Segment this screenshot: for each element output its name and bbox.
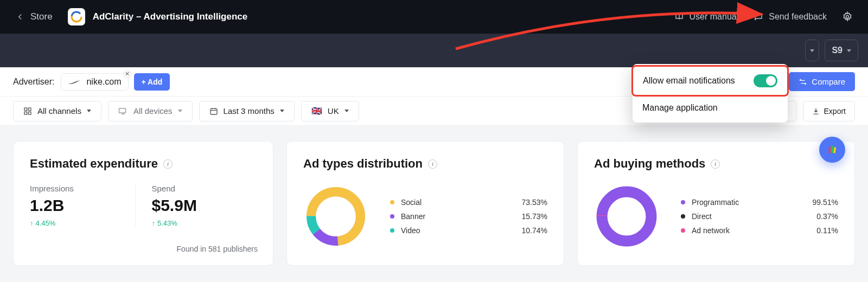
devices-filter[interactable]: All devices	[108, 101, 193, 121]
advertiser-chip[interactable]: nike.com ✕	[61, 73, 128, 91]
grid-icon	[23, 107, 32, 116]
ad-types-donut	[303, 184, 368, 249]
book-icon	[674, 12, 684, 22]
legend-programmatic-label: Programmatic	[692, 198, 757, 207]
export-button[interactable]: Export	[803, 101, 855, 121]
download-icon	[812, 107, 820, 115]
allow-email-toggle[interactable]	[754, 74, 777, 87]
advertiser-label: Advertiser:	[13, 77, 54, 87]
back-label: Store	[30, 11, 53, 22]
app-logo	[68, 8, 85, 25]
app-identity: AdClarity – Advertising Intelligence	[68, 8, 248, 25]
legend-adnetwork-value: 0.11%	[816, 226, 838, 235]
impressions-label: Impressions	[30, 184, 135, 193]
add-advertiser-button[interactable]: + Add	[134, 73, 170, 91]
allow-email-label: Allow email notifications	[643, 76, 735, 86]
svg-rect-7	[28, 112, 31, 114]
svg-rect-8	[119, 108, 125, 112]
legend-adnetwork-label: Ad network	[692, 226, 757, 235]
arrow-left-icon	[15, 12, 25, 22]
ad-buying-title: Ad buying methods	[594, 157, 705, 171]
impressions-value: 1.2B	[30, 196, 135, 215]
spend-delta: ↑ 5.43%	[152, 219, 257, 227]
legend-direct-value: 0.37%	[816, 212, 838, 221]
channels-filter-label: All channels	[37, 106, 81, 116]
svg-rect-5	[28, 108, 31, 111]
export-label: Export	[824, 107, 846, 116]
svg-rect-17	[831, 146, 833, 153]
remove-chip-button[interactable]: ✕	[124, 70, 131, 78]
svg-point-14	[602, 192, 652, 241]
legend-direct-label: Direct	[692, 212, 757, 221]
svg-rect-4	[24, 108, 27, 111]
adclarity-logo-icon	[70, 10, 83, 23]
user-manual-link[interactable]: User manual	[674, 12, 739, 22]
channels-filter[interactable]: All channels	[13, 101, 101, 121]
svg-point-2	[846, 16, 849, 18]
info-icon[interactable]: i	[163, 159, 173, 169]
settings-gear-button[interactable]	[842, 11, 853, 22]
devices-icon	[118, 107, 128, 115]
advertiser-chip-domain: nike.com	[86, 77, 121, 87]
svg-rect-18	[833, 147, 836, 153]
chat-icon	[754, 12, 763, 22]
country-filter-label: UK	[328, 106, 339, 116]
ad-buying-legend: Programmatic99.51% Direct0.37% Ad networ…	[681, 195, 838, 238]
spend-value: $5.9M	[152, 196, 257, 215]
info-icon[interactable]: i	[711, 159, 720, 169]
workspace-dropdown-a[interactable]	[805, 40, 819, 61]
workspace-user-short: S9	[832, 46, 843, 55]
legend-social-label: Social	[401, 198, 466, 207]
gear-icon	[842, 11, 853, 22]
compare-icon	[799, 78, 807, 86]
settings-dropdown: Allow email notifications Manage applica…	[633, 64, 788, 123]
devices-filter-label: All devices	[133, 106, 173, 116]
back-to-store[interactable]: Store	[15, 11, 53, 22]
send-feedback-link[interactable]: Send feedback	[754, 12, 827, 22]
app-name: AdClarity – Advertising Intelligence	[93, 11, 248, 22]
period-filter-label: Last 3 months	[224, 106, 275, 116]
ad-types-legend: Social73.53% Banner15.73% Video10.74%	[390, 195, 547, 238]
ad-types-title: Ad types distribution	[303, 157, 423, 171]
found-in-publishers: Found in 581 publishers	[177, 245, 258, 253]
legend-banner-label: Banner	[401, 212, 466, 221]
user-manual-label: User manual	[690, 12, 739, 22]
svg-rect-9	[210, 108, 217, 114]
legend-video-value: 10.74%	[522, 226, 547, 235]
svg-rect-16	[829, 147, 831, 153]
send-feedback-label: Send feedback	[769, 12, 827, 22]
est-title: Estimated expenditure	[30, 157, 158, 171]
impressions-delta: ↑ 4.45%	[30, 219, 135, 227]
allow-email-toggle-row[interactable]: Allow email notifications	[631, 65, 789, 97]
ad-types-card: Ad types distributioni Social73.53% Bann…	[286, 141, 564, 266]
dashboard-cards: Estimated expenditurei Impressions 1.2B …	[0, 126, 868, 281]
info-icon[interactable]: i	[428, 159, 437, 169]
period-filter[interactable]: Last 3 months	[199, 101, 295, 121]
nike-swoosh-icon	[68, 78, 81, 86]
ad-buying-card: Ad buying methodsi Programmatic99.51% Di…	[577, 141, 855, 266]
country-filter[interactable]: 🇬🇧 UK	[301, 101, 359, 121]
estimated-expenditure-card: Estimated expenditurei Impressions 1.2B …	[13, 141, 273, 266]
top-bar: Store AdClarity – Advertising Intelligen…	[0, 0, 868, 34]
ad-buying-donut	[594, 184, 659, 249]
workspace-bar: S9 Allow email notifications Manage appl…	[0, 34, 868, 67]
compare-label: Compare	[812, 77, 845, 86]
workspace-user-menu[interactable]: S9	[825, 40, 858, 61]
help-fab[interactable]	[819, 137, 845, 163]
compare-button[interactable]: Compare	[789, 72, 855, 91]
uk-flag-icon: 🇬🇧	[311, 106, 322, 116]
legend-video-label: Video	[401, 226, 466, 235]
legend-social-value: 73.53%	[522, 198, 547, 207]
calendar-icon	[209, 107, 218, 116]
legend-banner-value: 15.73%	[522, 212, 547, 221]
books-icon	[826, 144, 838, 156]
manage-application-item[interactable]: Manage application	[633, 95, 788, 120]
legend-programmatic-value: 99.51%	[813, 198, 838, 207]
spend-label: Spend	[152, 184, 257, 193]
svg-rect-6	[24, 112, 27, 114]
